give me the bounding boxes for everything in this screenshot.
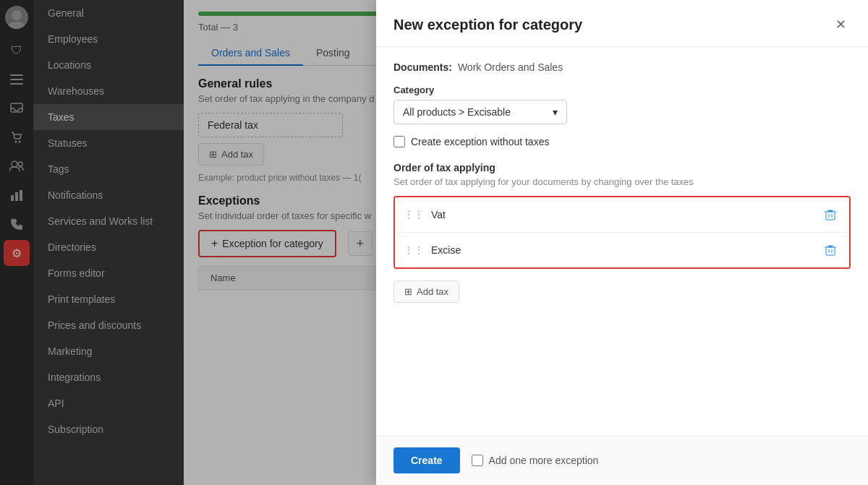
delete-excise-button[interactable]	[820, 240, 841, 260]
documents-value: Work Orders and Sales	[458, 61, 563, 73]
dialog-add-tax-button[interactable]: ⊞ Add tax	[393, 280, 459, 303]
dialog-table-icon: ⊞	[404, 286, 412, 297]
exception-without-taxes-row: Create exception without taxes	[393, 136, 851, 147]
svg-rect-14	[826, 247, 835, 255]
category-group: Category All products > Excisable ▾	[393, 85, 851, 124]
dialog-add-tax-label: Add tax	[417, 286, 448, 297]
category-label: Category	[393, 85, 851, 95]
tax-list-item-excise: ⋮⋮ Excise	[395, 233, 849, 267]
dialog-header: New exception for category ✕	[376, 0, 868, 47]
exception-without-taxes-checkbox[interactable]	[393, 136, 405, 147]
delete-vat-button[interactable]	[820, 205, 841, 225]
add-more-label: Add one more exception	[489, 455, 599, 466]
drag-handle-excise[interactable]: ⋮⋮	[404, 244, 424, 256]
add-more-checkbox[interactable]	[472, 455, 483, 466]
drag-handle-vat[interactable]: ⋮⋮	[404, 209, 424, 220]
add-more-row: Add one more exception	[472, 455, 599, 466]
tax-item-name-vat: Vat	[431, 209, 820, 220]
exception-without-taxes-label: Create exception without taxes	[411, 136, 549, 147]
create-button[interactable]: Create	[393, 447, 460, 473]
order-section-title: Order of tax applying	[393, 162, 851, 173]
documents-row: Documents: Work Orders and Sales	[393, 61, 851, 73]
dialog: New exception for category ✕ Documents: …	[376, 0, 868, 485]
category-select[interactable]: All products > Excisable ▾	[393, 100, 567, 124]
category-select-value: All products > Excisable	[403, 106, 511, 118]
order-section-desc: Set order of tax applying for your docum…	[393, 176, 851, 187]
chevron-down-icon: ▾	[553, 106, 558, 118]
dialog-close-button[interactable]: ✕	[830, 14, 851, 35]
tax-list-item-vat: ⋮⋮ Vat	[395, 197, 849, 233]
dialog-body: Documents: Work Orders and Sales Categor…	[376, 47, 868, 435]
overlay: New exception for category ✕ Documents: …	[0, 0, 868, 485]
tax-list-container: ⋮⋮ Vat ⋮⋮ Excise	[393, 196, 851, 269]
svg-rect-13	[826, 212, 835, 220]
dialog-title: New exception for category	[393, 17, 582, 33]
dialog-footer: Create Add one more exception	[376, 435, 868, 485]
tax-item-name-excise: Excise	[431, 244, 820, 256]
documents-label: Documents:	[393, 61, 452, 73]
